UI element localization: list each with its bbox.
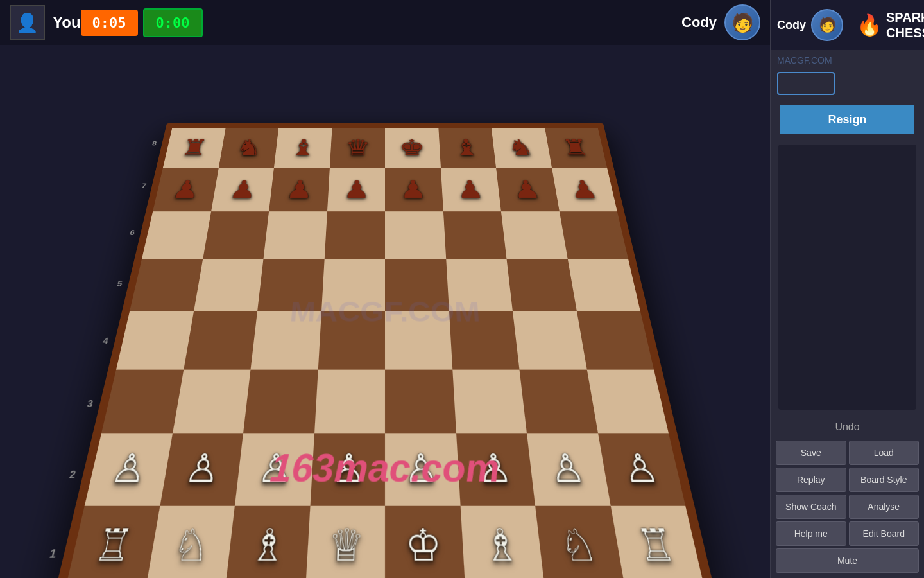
piece-white-6-7[interactable]: ♙ (598, 434, 685, 505)
cell-5-5[interactable] (452, 369, 527, 434)
cell-6-2[interactable]: ♙ (235, 434, 314, 505)
cell-4-3[interactable] (318, 311, 385, 369)
cell-5-4[interactable] (385, 369, 456, 434)
board-style-button[interactable]: Board Style (849, 468, 920, 492)
cell-1-2[interactable]: ♟ (269, 168, 329, 212)
cell-5-1[interactable] (172, 369, 250, 434)
piece-black-0-5[interactable]: ♝ (438, 128, 496, 168)
show-coach-button[interactable]: Show Coach (776, 495, 846, 519)
replay-button[interactable]: Replay (776, 468, 846, 492)
cell-3-4[interactable] (385, 259, 449, 311)
piece-white-6-0[interactable]: ♙ (85, 434, 172, 505)
cell-2-7[interactable] (559, 211, 628, 259)
piece-white-7-1[interactable]: ♘ (146, 505, 235, 578)
piece-white-7-7[interactable]: ♖ (610, 505, 704, 578)
cell-1-0[interactable]: ♟ (153, 168, 218, 212)
cell-6-4[interactable]: ♙ (385, 434, 460, 505)
piece-black-1-6[interactable]: ♟ (496, 168, 559, 212)
cell-7-0[interactable]: ♖ (66, 505, 160, 578)
cell-5-7[interactable] (586, 369, 669, 434)
cell-7-5[interactable]: ♗ (460, 505, 545, 578)
piece-white-7-2[interactable]: ♗ (225, 505, 310, 578)
analyse-button[interactable]: Analyse (849, 495, 920, 519)
save-button[interactable]: Save (776, 441, 846, 465)
cell-4-0[interactable] (116, 311, 193, 369)
cell-3-3[interactable] (321, 259, 386, 311)
piece-black-0-4[interactable]: ♚ (385, 128, 441, 168)
cell-4-2[interactable] (251, 311, 321, 369)
cell-7-3[interactable]: ♕ (305, 505, 385, 578)
piece-white-6-3[interactable]: ♙ (310, 434, 385, 505)
piece-white-6-6[interactable]: ♙ (527, 434, 610, 505)
piece-black-0-6[interactable]: ♞ (492, 128, 552, 168)
cell-3-0[interactable] (130, 259, 203, 311)
piece-black-1-7[interactable]: ♟ (552, 168, 617, 212)
cell-2-2[interactable] (263, 211, 327, 259)
piece-white-7-6[interactable]: ♘ (535, 505, 624, 578)
piece-black-1-3[interactable]: ♟ (327, 168, 385, 212)
cell-5-6[interactable] (519, 369, 597, 434)
board-grid[interactable]: ♜♞♝♛♚♝♞♜♟♟♟♟♟♟♟♟♙♙♙♙♙♙♙♙♖♘♗♕♔♗♘♖ (66, 128, 705, 578)
cell-6-5[interactable]: ♙ (456, 434, 536, 505)
load-button[interactable]: Load (849, 441, 920, 465)
piece-white-7-5[interactable]: ♗ (460, 505, 545, 578)
cell-0-7[interactable]: ♜ (545, 128, 607, 168)
cell-6-3[interactable]: ♙ (310, 434, 385, 505)
cell-4-6[interactable] (513, 311, 586, 369)
cell-1-1[interactable]: ♟ (211, 168, 274, 212)
cell-0-3[interactable]: ♛ (329, 128, 385, 168)
piece-white-6-1[interactable]: ♙ (160, 434, 243, 505)
cell-1-4[interactable]: ♟ (385, 168, 443, 212)
cell-2-4[interactable] (385, 211, 446, 259)
piece-black-0-1[interactable]: ♞ (218, 128, 278, 168)
piece-white-7-0[interactable]: ♖ (66, 505, 160, 578)
cell-2-6[interactable] (501, 211, 567, 259)
piece-black-1-1[interactable]: ♟ (211, 168, 274, 212)
cell-3-7[interactable] (567, 259, 640, 311)
cell-7-7[interactable]: ♖ (610, 505, 704, 578)
cell-6-1[interactable]: ♙ (160, 434, 243, 505)
piece-black-1-5[interactable]: ♟ (441, 168, 501, 212)
piece-white-6-2[interactable]: ♙ (235, 434, 314, 505)
mute-button[interactable]: Mute (776, 548, 919, 573)
cell-3-6[interactable] (507, 259, 577, 311)
cell-0-4[interactable]: ♚ (385, 128, 441, 168)
piece-white-7-4[interactable]: ♔ (385, 505, 465, 578)
cell-6-6[interactable]: ♙ (527, 434, 610, 505)
cell-4-4[interactable] (385, 311, 452, 369)
piece-black-0-7[interactable]: ♜ (545, 128, 607, 168)
edit-board-button[interactable]: Edit Board (849, 521, 920, 546)
cell-3-1[interactable] (194, 259, 264, 311)
cell-7-6[interactable]: ♘ (535, 505, 624, 578)
cell-1-3[interactable]: ♟ (327, 168, 385, 212)
cell-5-3[interactable] (314, 369, 385, 434)
cell-2-1[interactable] (203, 211, 269, 259)
cell-0-6[interactable]: ♞ (492, 128, 552, 168)
cell-1-5[interactable]: ♟ (441, 168, 501, 212)
cell-7-4[interactable]: ♔ (385, 505, 465, 578)
piece-black-1-2[interactable]: ♟ (269, 168, 329, 212)
piece-black-0-0[interactable]: ♜ (163, 128, 225, 168)
cell-1-6[interactable]: ♟ (496, 168, 559, 212)
piece-black-1-0[interactable]: ♟ (153, 168, 218, 212)
cell-2-0[interactable] (142, 211, 211, 259)
piece-black-0-3[interactable]: ♛ (329, 128, 385, 168)
piece-white-6-5[interactable]: ♙ (456, 434, 536, 505)
cell-7-2[interactable]: ♗ (225, 505, 310, 578)
cell-0-5[interactable]: ♝ (438, 128, 496, 168)
piece-black-1-4[interactable]: ♟ (385, 168, 443, 212)
cell-5-0[interactable] (101, 369, 184, 434)
cell-5-2[interactable] (243, 369, 318, 434)
piece-black-0-2[interactable]: ♝ (274, 128, 332, 168)
cell-3-2[interactable] (257, 259, 324, 311)
cell-4-7[interactable] (577, 311, 654, 369)
cell-6-0[interactable]: ♙ (85, 434, 172, 505)
cell-0-1[interactable]: ♞ (218, 128, 278, 168)
piece-white-6-4[interactable]: ♙ (385, 434, 460, 505)
cell-3-5[interactable] (446, 259, 513, 311)
cell-1-7[interactable]: ♟ (552, 168, 617, 212)
help-me-button[interactable]: Help me (776, 521, 846, 546)
cell-4-1[interactable] (184, 311, 257, 369)
cell-4-5[interactable] (449, 311, 520, 369)
undo-label[interactable]: Undo (778, 417, 916, 437)
